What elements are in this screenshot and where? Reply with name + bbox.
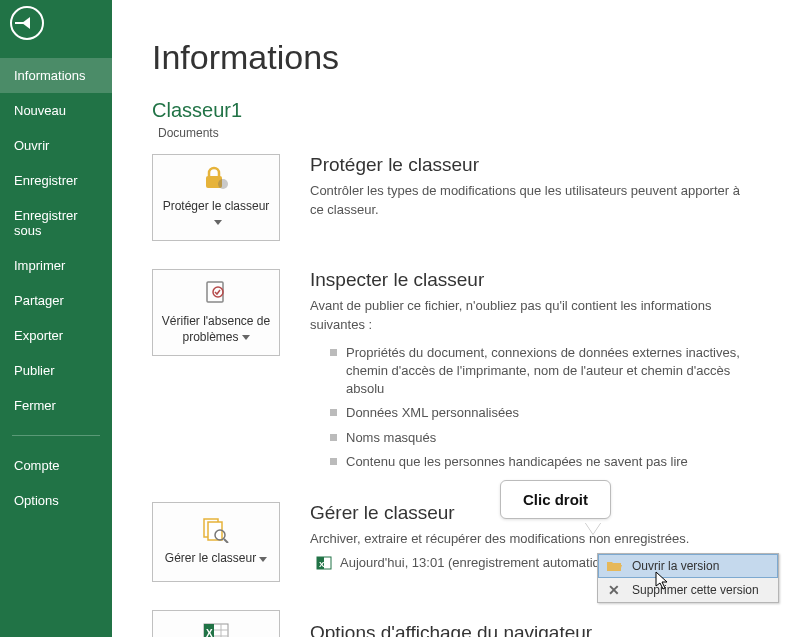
sidebar-item-publier[interactable]: Publier [0, 353, 112, 388]
sidebar-item-enregistrer-sous[interactable]: Enregistrer sous [0, 198, 112, 248]
section-protect: Protéger le classeur Protéger le classeu… [152, 154, 785, 241]
sidebar-label: Partager [14, 293, 64, 308]
backstage-sidebar: Informations Nouveau Ouvrir Enregistrer … [0, 0, 112, 637]
context-menu-open-version[interactable]: Ouvrir la version [598, 554, 778, 578]
inspect-bullet: Propriétés du document, connexions de do… [330, 341, 745, 402]
workbook-name: Classeur1 [152, 99, 785, 122]
sidebar-label: Enregistrer [14, 173, 78, 188]
context-menu: Ouvrir la version ✕ Supprimer cette vers… [597, 553, 779, 603]
sidebar-item-nouveau[interactable]: Nouveau [0, 93, 112, 128]
protect-section-desc: Contrôler les types de modifications que… [310, 182, 745, 220]
documents-breadcrumb: Documents [158, 126, 785, 140]
excel-file-icon: X [316, 555, 332, 571]
sidebar-label: Options [14, 493, 59, 508]
protect-tile-label: Protéger le classeur [159, 199, 273, 230]
sidebar-item-imprimer[interactable]: Imprimer [0, 248, 112, 283]
manage-workbook-tile[interactable]: Gérer le classeur [152, 502, 280, 582]
section-inspect: Vérifier l'absence de problèmes Inspecte… [152, 269, 785, 474]
sidebar-item-fermer[interactable]: Fermer [0, 388, 112, 423]
sidebar-label: Informations [14, 68, 86, 83]
svg-text:X: X [206, 628, 213, 637]
back-button[interactable] [10, 6, 44, 40]
inspect-bullet: Données XML personnalisées [330, 401, 745, 425]
folder-open-icon [606, 558, 622, 574]
sidebar-label: Compte [14, 458, 60, 473]
lock-icon [201, 165, 231, 191]
inspect-bullet: Noms masqués [330, 426, 745, 450]
sidebar-item-compte[interactable]: Compte [0, 448, 112, 483]
svg-line-7 [224, 539, 228, 543]
sidebar-label: Fermer [14, 398, 56, 413]
document-check-icon [201, 280, 231, 306]
sidebar-item-exporter[interactable]: Exporter [0, 318, 112, 353]
inspect-section-desc: Avant de publier ce fichier, n'oubliez p… [310, 297, 745, 335]
context-menu-label: Supprimer cette version [632, 583, 759, 597]
callout-tail [585, 522, 601, 534]
context-menu-label: Ouvrir la version [632, 559, 719, 573]
sidebar-item-ouvrir[interactable]: Ouvrir [0, 128, 112, 163]
sidebar-label: Exporter [14, 328, 63, 343]
sidebar-label: Nouveau [14, 103, 66, 118]
inspect-bullet-list: Propriétés du document, connexions de do… [330, 341, 745, 474]
manage-tile-label: Gérer le classeur [165, 551, 267, 567]
sidebar-label: Imprimer [14, 258, 65, 273]
browser-view-tile[interactable]: X [152, 610, 280, 637]
chevron-down-icon [259, 557, 267, 562]
sidebar-label: Enregistrer sous [14, 208, 78, 238]
chevron-down-icon [214, 220, 222, 225]
chevron-down-icon [242, 335, 250, 340]
protect-section-title: Protéger le classeur [310, 154, 745, 176]
svg-point-1 [218, 179, 228, 189]
documents-stack-icon [201, 517, 231, 543]
browser-view-title: Options d'affichage du navigateur [310, 622, 745, 637]
version-text: Aujourd'hui, 13:01 (enregistrement autom… [340, 555, 619, 570]
inspect-bullet: Contenu que les personnes handicapées ne… [330, 450, 745, 474]
inspect-section-title: Inspecter le classeur [310, 269, 745, 291]
section-browser-view: X Options d'affichage du navigateur [152, 610, 785, 637]
sidebar-item-informations[interactable]: Informations [0, 58, 112, 93]
close-x-icon: ✕ [606, 582, 622, 598]
callout-text: Clic droit [523, 491, 588, 508]
excel-grid-icon: X [201, 621, 231, 637]
svg-text:X: X [319, 560, 325, 569]
protect-workbook-tile[interactable]: Protéger le classeur [152, 154, 280, 241]
tutorial-callout: Clic droit [500, 480, 611, 519]
back-line-icon [15, 22, 27, 24]
sidebar-item-options[interactable]: Options [0, 483, 112, 518]
manage-section-desc: Archiver, extraire et récupérer des modi… [310, 530, 745, 549]
sidebar-label: Ouvrir [14, 138, 49, 153]
main-content: Informations Classeur1 Documents Protége… [112, 0, 785, 637]
context-menu-delete-version[interactable]: ✕ Supprimer cette version [598, 578, 778, 602]
sidebar-item-partager[interactable]: Partager [0, 283, 112, 318]
page-title: Informations [152, 38, 785, 77]
inspect-tile-label: Vérifier l'absence de problèmes [159, 314, 273, 345]
sidebar-separator [12, 435, 100, 436]
inspect-workbook-tile[interactable]: Vérifier l'absence de problèmes [152, 269, 280, 356]
sidebar-item-enregistrer[interactable]: Enregistrer [0, 163, 112, 198]
sidebar-label: Publier [14, 363, 54, 378]
